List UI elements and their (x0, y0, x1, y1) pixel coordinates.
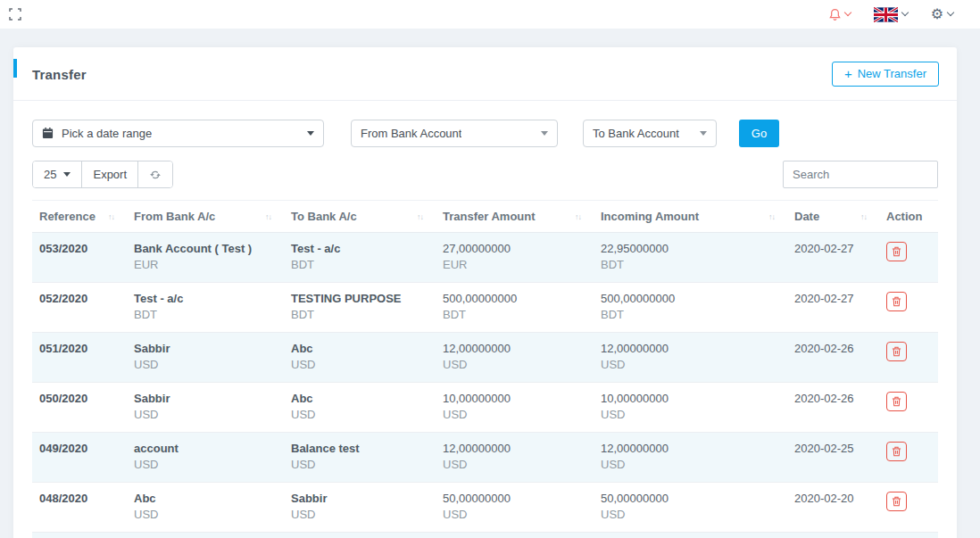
delete-transfer-button[interactable] (886, 342, 907, 361)
incoming-amount-value: 22,95000000 (601, 241, 780, 257)
delete-transfer-button[interactable] (886, 242, 907, 261)
filters-row: Pick a date range From Bank Account To B… (32, 120, 938, 147)
column-header-incoming-amount[interactable]: Incoming Amount↑↓ (594, 201, 787, 233)
column-header-to-bank-a-c[interactable]: To Bank A/c↑↓ (284, 201, 436, 233)
language-menu[interactable] (874, 7, 908, 22)
to-currency: USD (291, 407, 428, 423)
new-transfer-button[interactable]: + New Transfer (832, 62, 939, 87)
column-label: Date (794, 210, 819, 223)
to-bank-select[interactable]: To Bank Account (583, 120, 717, 147)
from-account-name: Test - a/c (134, 291, 277, 307)
refresh-button[interactable] (137, 161, 172, 187)
to-account-cell: Balance testUSD (284, 433, 436, 483)
transfer-currency: USD (443, 507, 586, 523)
caret-down-icon (541, 131, 548, 136)
card-header: Transfer + New Transfer (13, 47, 957, 101)
column-header-from-bank-a-c[interactable]: From Bank A/c↑↓ (127, 201, 284, 233)
from-account-cell: Test - a/cBDT (127, 283, 284, 333)
refresh-icon (149, 169, 162, 181)
topbar: ⚙︎ (0, 0, 980, 29)
page-size-select[interactable]: 25 (33, 161, 81, 187)
incoming-currency: USD (601, 457, 780, 473)
transfer-currency: USD (443, 357, 586, 373)
transfer-table-wrap: Reference↑↓From Bank A/c↑↓To Bank A/c↑↓T… (32, 200, 938, 538)
sort-icon: ↑↓ (575, 212, 581, 221)
reference-cell: 048/2020 (32, 483, 127, 533)
transfer-currency: USD (443, 457, 586, 473)
search-input[interactable] (783, 161, 938, 188)
transfer-table-body: 053/2020Bank Account ( Test )EURTest - a… (32, 233, 938, 538)
transfer-amount-cell: 10,00000000USD (436, 383, 594, 433)
action-cell (879, 333, 938, 383)
from-currency: USD (134, 507, 277, 523)
to-account-name: TESTING PURPOSE (291, 291, 428, 307)
transfer-amount-cell: 500,00000000BDT (436, 283, 594, 333)
reference-value: 049/2020 (39, 441, 120, 457)
date-cell: 2020-02-26 (787, 383, 879, 433)
column-label: From Bank A/c (134, 210, 215, 223)
reference-cell: 051/2020 (32, 333, 127, 383)
incoming-amount-cell: 50,00000000USD (594, 483, 787, 533)
chevron-down-icon (901, 9, 908, 16)
to-account-cell: Abc (284, 533, 436, 538)
reference-cell: 053/2020 (32, 233, 127, 283)
incoming-currency: USD (601, 507, 780, 523)
incoming-currency: USD (601, 407, 780, 423)
settings-menu[interactable]: ⚙︎ (931, 7, 953, 21)
action-cell (879, 383, 938, 433)
date-cell: 2020-02-27 (787, 283, 879, 333)
incoming-currency: USD (601, 357, 780, 373)
column-header-reference[interactable]: Reference↑↓ (32, 201, 127, 233)
from-account-cell: accountUSD (127, 433, 284, 483)
from-account-cell: AbcUSD (127, 483, 284, 533)
from-account-cell: SabbirUSD (127, 383, 284, 433)
transfer-amount-value: 27,00000000 (443, 241, 586, 257)
transfer-currency: EUR (443, 257, 586, 273)
table-row: 053/2020Bank Account ( Test )EURTest - a… (32, 233, 938, 283)
notifications-menu[interactable] (829, 8, 851, 21)
trash-icon (892, 346, 901, 357)
action-cell (879, 283, 938, 333)
date-range-picker[interactable]: Pick a date range (32, 120, 324, 147)
incoming-currency: BDT (601, 307, 780, 323)
incoming-amount-cell: 12,00000000USD (594, 433, 787, 483)
transfer-amount-value: 50,00000000 (443, 491, 586, 507)
action-cell (879, 433, 938, 483)
table-actions-group: 25 Export (32, 161, 173, 188)
date-value: 2020-02-26 (794, 341, 872, 357)
reference-value: 051/2020 (39, 341, 120, 357)
column-label: To Bank A/c (291, 210, 357, 223)
date-cell: 2020-02-25 (787, 433, 879, 483)
reference-cell: 052/2020 (32, 283, 127, 333)
plus-icon: + (844, 68, 852, 79)
incoming-amount-cell: 12,00000000USD (594, 333, 787, 383)
from-bank-select[interactable]: From Bank Account (351, 120, 558, 147)
from-account-cell: Bank Account ( Test )EUR (127, 233, 284, 283)
date-range-label: Pick a date range (62, 127, 152, 140)
to-currency: BDT (291, 257, 428, 273)
transfer-amount-cell: 50,00000000USD (436, 483, 594, 533)
date-value: 2020-02-20 (794, 491, 872, 507)
transfer-currency: BDT (443, 307, 586, 323)
delete-transfer-button[interactable] (886, 292, 907, 311)
column-header-transfer-amount[interactable]: Transfer Amount↑↓ (436, 201, 594, 233)
to-account-name: Test - a/c (291, 241, 428, 257)
incoming-amount-value: 12,00000000 (601, 341, 780, 357)
export-button[interactable]: Export (81, 161, 137, 187)
delete-transfer-button[interactable] (886, 492, 907, 511)
to-account-cell: SabbirUSD (284, 483, 436, 533)
column-label: Action (886, 210, 922, 223)
from-account-name: Bank Account ( Test ) (134, 241, 277, 257)
to-account-cell: TESTING PURPOSEBDT (284, 283, 436, 333)
to-account-cell: AbcUSD (284, 333, 436, 383)
go-button[interactable]: Go (739, 120, 779, 147)
table-row: 051/2020SabbirUSDAbcUSD12,00000000USD12,… (32, 333, 938, 383)
chevron-down-icon (843, 9, 851, 16)
fullscreen-icon[interactable] (9, 8, 21, 21)
date-value: 2020-02-26 (794, 391, 872, 407)
delete-transfer-button[interactable] (886, 392, 907, 411)
to-account-name: Abc (291, 391, 428, 407)
incoming-amount-cell: 22,95000000BDT (594, 233, 787, 283)
column-header-date[interactable]: Date↑↓ (787, 201, 879, 233)
delete-transfer-button[interactable] (886, 442, 907, 461)
